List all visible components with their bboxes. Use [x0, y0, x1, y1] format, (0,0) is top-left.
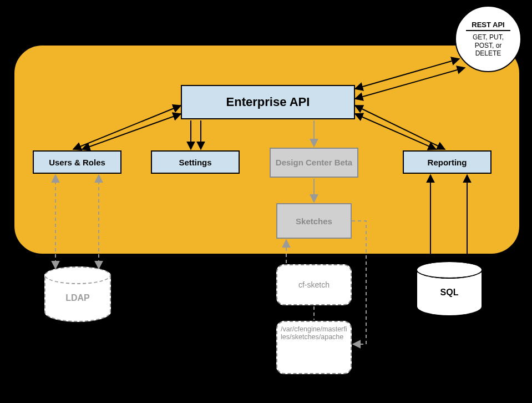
ldap-label: LDAP [44, 293, 111, 303]
masterfiles-box: /var/cfengine/masterfiles/sketches/apach… [276, 321, 352, 374]
reporting-box: Reporting [403, 150, 492, 174]
users-roles-label: Users & Roles [49, 158, 105, 167]
enterprise-api-box: Enterprise API [181, 85, 355, 119]
settings-box: Settings [151, 150, 240, 174]
enterprise-api-label: Enterprise API [226, 95, 310, 109]
design-center-label: Design Center Beta [276, 158, 352, 168]
cf-sketch-box: cf-sketch [276, 264, 352, 305]
sketches-box: Sketches [276, 203, 352, 239]
sketches-label: Sketches [296, 216, 332, 226]
sql-label: SQL [416, 288, 483, 298]
ldap-cylinder: LDAP [44, 266, 111, 322]
divider-line [466, 30, 510, 31]
rest-api-circle: REST API GET, PUT, POST, or DELETE [455, 6, 521, 72]
container-panel [13, 44, 520, 255]
reporting-label: Reporting [428, 158, 467, 167]
sql-cylinder: SQL [416, 261, 483, 316]
rest-api-title: REST API [472, 21, 504, 29]
cf-sketch-label: cf-sketch [298, 280, 330, 289]
users-roles-box: Users & Roles [33, 150, 121, 174]
masterfiles-label: /var/cfengine/masterfiles/sketches/apach… [281, 325, 347, 341]
rest-api-methods: GET, PUT, POST, or DELETE [456, 33, 520, 57]
settings-label: Settings [179, 158, 211, 167]
design-center-box: Design Center Beta [270, 148, 358, 178]
